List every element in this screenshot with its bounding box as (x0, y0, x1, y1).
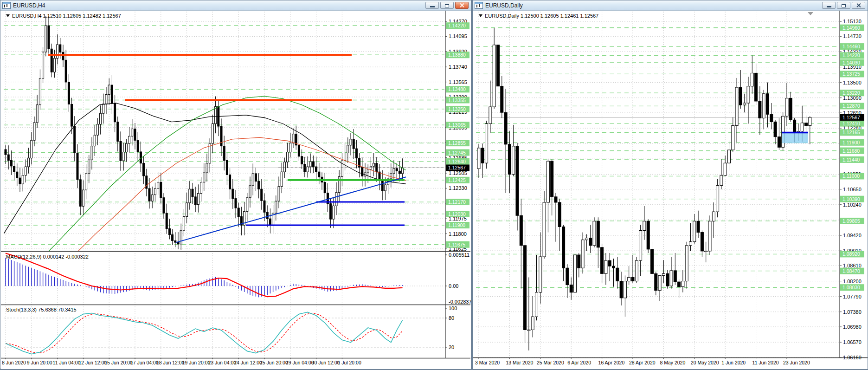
svg-text:1.13065: 1.13065 (448, 122, 466, 128)
svg-text:1.12855: 1.12855 (448, 140, 466, 146)
minimize-button[interactable] (822, 2, 836, 9)
svg-text:6 Apr 2020: 6 Apr 2020 (567, 360, 591, 365)
svg-text:1.12870: 1.12870 (842, 103, 860, 109)
svg-text:1.07790: 1.07790 (843, 294, 862, 299)
svg-text:16 Apr 2020: 16 Apr 2020 (598, 360, 625, 365)
svg-text:1.11900: 1.11900 (842, 140, 860, 145)
svg-text:11 Jun 04:00: 11 Jun 04:00 (53, 360, 81, 365)
symbol-dropdown-icon[interactable] (479, 14, 482, 17)
chart-window-h4[interactable]: EURUSD,H4 1.142701.140951.139201.137401.… (0, 0, 471, 369)
svg-text:1.08030: 1.08030 (842, 285, 860, 290)
svg-text:28 Apr 2020: 28 Apr 2020 (629, 360, 656, 365)
svg-text:1.12425: 1.12425 (448, 177, 466, 183)
svg-text:1.13725: 1.13725 (842, 71, 860, 77)
svg-text:19 Jun 20:00: 19 Jun 20:00 (182, 360, 211, 365)
svg-text:1.13565: 1.13565 (449, 79, 467, 85)
titlebar-daily[interactable]: EURUSD,Daily (473, 0, 868, 11)
restore-icon (445, 4, 449, 7)
svg-text:1.08920: 1.08920 (842, 251, 860, 257)
minimize-icon (430, 6, 435, 7)
close-icon (856, 3, 861, 7)
svg-text:1.11440: 1.11440 (842, 157, 860, 162)
svg-text:1.14220: 1.14220 (842, 52, 860, 58)
svg-text:1.12165: 1.12165 (842, 130, 860, 135)
svg-text:1.14220: 1.14220 (448, 23, 466, 28)
svg-text:100: 100 (449, 305, 457, 311)
svg-text:1.08470: 1.08470 (842, 268, 860, 274)
svg-text:25 Jun 20:00: 25 Jun 20:00 (260, 360, 288, 365)
svg-text:1.12567: 1.12567 (842, 115, 860, 120)
svg-text:23 Jun 04:00: 23 Jun 04:00 (208, 360, 236, 365)
svg-text:1.09805: 1.09805 (842, 218, 860, 224)
macd-indicator-label: MACD(12,26,9) 0.000142 -0.000322 (6, 254, 89, 260)
svg-text:1 Jul 20:00: 1 Jul 20:00 (337, 360, 361, 365)
window-title-daily: EURUSD,Daily (485, 2, 523, 9)
close-button[interactable] (852, 2, 865, 9)
svg-text:80: 80 (449, 315, 454, 321)
svg-text:0.00: 0.00 (449, 283, 458, 289)
svg-text:1.14460: 1.14460 (842, 44, 860, 49)
window-title-h4: EURUSD,H4 (13, 2, 45, 9)
price-axis[interactable]: 1.151301.147301.143201.139101.135001.130… (840, 19, 862, 360)
svg-text:25 Mar 2020: 25 Mar 2020 (537, 360, 564, 365)
mdi-workspace: EURUSD,H4 1.142701.140951.139201.137401.… (0, 0, 868, 370)
svg-text:1.12640: 1.12640 (448, 159, 466, 164)
symbol-dropdown-icon[interactable] (6, 14, 10, 17)
svg-text:3 Mar 2020: 3 Mar 2020 (475, 360, 500, 365)
svg-text:13 Mar 2020: 13 Mar 2020 (506, 360, 533, 365)
svg-text:1.15130: 1.15130 (843, 19, 862, 24)
svg-text:1.13740: 1.13740 (449, 64, 467, 70)
svg-text:1.13250: 1.13250 (448, 106, 466, 112)
svg-text:0.005511: 0.005511 (449, 252, 469, 258)
svg-text:8 May 2020: 8 May 2020 (660, 360, 685, 365)
svg-text:1.12567: 1.12567 (448, 165, 466, 170)
svg-text:1.11000: 1.11000 (842, 173, 860, 179)
chart-window-icon (475, 2, 483, 9)
chart-window-icon (2, 2, 11, 9)
svg-text:1.10650: 1.10650 (843, 187, 862, 192)
svg-text:15 Jun 20:00: 15 Jun 20:00 (104, 360, 133, 365)
svg-text:1.06570: 1.06570 (843, 339, 862, 345)
svg-text:1.14960: 1.14960 (842, 25, 860, 31)
svg-text:23 Jun 2020: 23 Jun 2020 (783, 360, 810, 365)
svg-text:1.08610: 1.08610 (843, 263, 862, 268)
svg-text:1.13480: 1.13480 (448, 86, 466, 92)
price-chart-daily-canvas[interactable]: 1.151301.147301.143201.139101.135001.130… (473, 11, 868, 369)
svg-text:8 Jun 2020: 8 Jun 2020 (2, 360, 26, 365)
svg-text:1.11675: 1.11675 (448, 242, 465, 247)
svg-text:20 May 2020: 20 May 2020 (691, 360, 719, 365)
chart-window-daily[interactable]: EURUSD,Daily 1.151301.147301.143201.1391… (472, 0, 868, 369)
svg-text:1.12505: 1.12505 (449, 170, 467, 176)
close-button[interactable] (455, 2, 469, 9)
svg-text:1 Jun 2020: 1 Jun 2020 (721, 360, 746, 365)
price-chart-h4-canvas[interactable]: 1.142701.140951.139201.137401.135651.133… (1, 11, 471, 369)
svg-text:1.11680: 1.11680 (842, 148, 860, 154)
svg-text:29 Jun 04:00: 29 Jun 04:00 (286, 360, 314, 365)
restore-button[interactable] (837, 2, 850, 9)
svg-text:20: 20 (449, 344, 454, 350)
restore-button[interactable] (440, 2, 454, 9)
svg-text:1.12745: 1.12745 (448, 150, 466, 156)
svg-text:1.10240: 1.10240 (843, 202, 862, 208)
svg-text:11 Jun 2020: 11 Jun 2020 (752, 360, 779, 365)
minimize-button[interactable] (425, 2, 439, 9)
svg-text:24 Jun 12:00: 24 Jun 12:00 (234, 360, 262, 365)
svg-text:1.14030: 1.14030 (842, 60, 860, 65)
svg-text:30 Jun 12:00: 30 Jun 12:00 (312, 360, 340, 365)
titlebar-h4[interactable]: EURUSD,H4 (0, 0, 471, 11)
svg-text:17 Jun 04:00: 17 Jun 04:00 (130, 360, 159, 365)
minimize-icon (827, 6, 831, 7)
svg-text:-0.002837: -0.002837 (449, 299, 471, 305)
chart-header-daily: EURUSD,Daily 1.12500 1.12605 1.12461 1.1… (479, 13, 598, 19)
svg-text:1.07380: 1.07380 (843, 309, 862, 315)
svg-text:1.13500: 1.13500 (843, 80, 862, 85)
svg-text:1.13220: 1.13220 (842, 90, 860, 96)
svg-text:1.11900: 1.11900 (448, 222, 465, 228)
svg-text:1.11800: 1.11800 (449, 231, 467, 237)
svg-text:1.14095: 1.14095 (449, 33, 467, 39)
svg-text:18 Jun 12:00: 18 Jun 12:00 (156, 360, 185, 365)
svg-text:1.12330: 1.12330 (449, 185, 467, 191)
svg-text:1.06980: 1.06980 (843, 324, 862, 330)
ohlc-readout-h4: EURUSD,H4 1.12510 1.12605 1.12482 1.1256… (12, 13, 121, 19)
svg-text:1.12170: 1.12170 (448, 199, 466, 205)
